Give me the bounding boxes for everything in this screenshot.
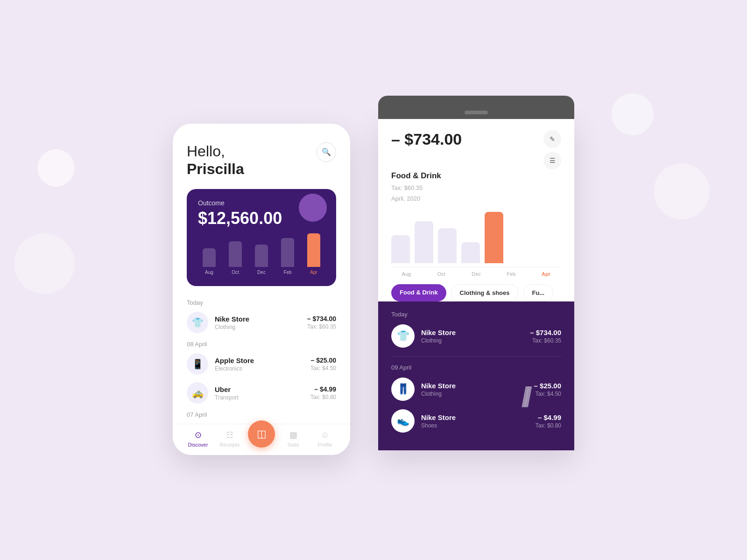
dark-tx-nike1-amount-col: – $734.00 Tax: $60.35 — [530, 329, 561, 344]
phone2: – $734.00 ✎ ☰ Food & Drink Tax: $60.35 A… — [378, 119, 574, 451]
phone2-top-bar — [378, 96, 574, 119]
tx-uber-details: Uber Transport — [215, 385, 310, 401]
tab-food-drink[interactable]: Food & Drink — [391, 284, 446, 301]
today-label: Today — [187, 299, 336, 306]
tx-apple-amount-col: – $25.00 Tax: $4.50 — [310, 357, 336, 371]
tx-apple-tax: Tax: $4.50 — [310, 365, 336, 371]
dark-tx-nike3-details: Nike Store Shoes — [421, 413, 536, 429]
search-button[interactable]: 🔍 — [317, 142, 336, 162]
lbl2-feb: Feb — [496, 271, 526, 277]
lbl2-apr: Apr — [531, 271, 561, 277]
dark-section: Today 👕 Nike Store Clothing – $734.00 Ta… — [378, 301, 574, 450]
bar-feb-label: Feb — [283, 270, 291, 275]
scan-icon: ◫ — [257, 428, 267, 440]
dark-april-label: 09 April — [391, 364, 561, 371]
bar-feb-fill — [281, 238, 294, 267]
april08-label: 08 April — [187, 341, 336, 348]
bar2-aug — [391, 235, 410, 263]
dark-tx-nike2-icon: 👖 — [391, 378, 415, 401]
deco-slash: // — [521, 381, 528, 413]
bar-apr-fill — [307, 233, 320, 267]
detail-meta: Tax: $60.35 April, 2020 — [391, 182, 561, 204]
nav-center[interactable]: ◫ — [246, 430, 277, 448]
detail-action-buttons: ✎ ☰ — [543, 130, 561, 169]
bar-dec-label: Dec — [257, 270, 266, 275]
phone1: Hello, Priscilla 🔍 Outcome $12,560.00 — [173, 124, 350, 455]
dark-tx-nike1-icon: 👕 — [391, 324, 415, 348]
tx-apple-cat: Electronics — [215, 365, 310, 372]
dark-tx-nike1-amount: – $734.00 — [530, 329, 561, 336]
nav-profile[interactable]: ☺ Profile — [309, 430, 341, 448]
tab-other[interactable]: Fu... — [523, 284, 554, 301]
lbl2-aug: Aug — [391, 271, 422, 277]
dark-tx-nike3-name: Nike Store — [421, 413, 536, 421]
stats-icon: ▩ — [289, 430, 297, 440]
profile-label: Profile — [317, 442, 332, 448]
center-action-button[interactable]: ◫ — [248, 420, 275, 448]
dark-tx-nike2-name: Nike Store — [421, 382, 534, 390]
greeting-text: Hello, Priscilla — [187, 142, 244, 178]
nav-stats[interactable]: ▩ Stats — [277, 430, 309, 448]
receipt-icon: ☷ — [226, 430, 233, 440]
phone2-notch — [465, 111, 488, 114]
bottom-nav: ⊙ Discover ☷ Receipts ◫ ▩ Stats ☺ Profil… — [173, 424, 350, 455]
dark-tx-nike2[interactable]: 👖 Nike Store Clothing – $25.00 Tax: $4.5… — [391, 378, 561, 401]
separator — [391, 356, 561, 357]
nav-discover[interactable]: ⊙ Discover — [182, 430, 214, 448]
tx-nike-amount-col: – $734.00 Tax: $60.35 — [307, 315, 336, 330]
tx-nike-details: Nike Store Clothing — [215, 315, 307, 330]
bar-aug-label: Aug — [205, 270, 213, 275]
tx-nike-icon: 👕 — [187, 312, 208, 333]
bar-aug-fill — [203, 248, 216, 267]
tx-uber-tax: Tax: $0.80 — [310, 394, 336, 400]
tx-apple-icon: 📱 — [187, 353, 208, 375]
dark-tx-nike1-details: Nike Store Clothing — [421, 329, 530, 344]
tab-clothing-shoes[interactable]: Clothing & shoes — [451, 284, 519, 301]
tx-uber-amount-col: – $4.99 Tax: $0.80 — [310, 385, 336, 400]
bar-aug: Aug — [198, 248, 220, 275]
compass-icon: ⊙ — [195, 430, 202, 440]
outcome-card: Outcome $12,560.00 Aug Oct Dec — [187, 189, 336, 286]
dollar-sign: $ — [198, 209, 207, 228]
dark-tx-nike1[interactable]: 👕 Nike Store Clothing – $734.00 Tax: $60… — [391, 324, 561, 348]
dark-tx-nike2-cat: Clothing — [421, 391, 534, 397]
list-button[interactable]: ☰ — [543, 152, 561, 169]
dark-tx-nike3-amount-col: – $4.99 Tax: $0.80 — [536, 413, 561, 429]
dark-tx-nike3[interactable]: 👟 Nike Store Shoes – $4.99 Tax: $0.80 — [391, 409, 561, 433]
tx-uber-name: Uber — [215, 385, 310, 393]
bar-dec-fill — [255, 245, 268, 267]
dark-tx-nike2-amount-col: – $25.00 Tax: $4.50 — [534, 382, 561, 397]
detail-amount: – $734.00 — [391, 130, 462, 148]
tx-apple[interactable]: 📱 Apple Store Electronics – $25.00 Tax: … — [187, 353, 336, 375]
tx-nike-tax: Tax: $60.35 — [307, 323, 336, 330]
outcome-label: Outcome — [198, 199, 325, 207]
outcome-bar-chart: Aug Oct Dec Feb — [198, 238, 325, 275]
dark-tx-nike3-tax: Tax: $0.80 — [536, 422, 561, 429]
user-name: Priscilla — [187, 160, 244, 178]
tx-nike-today[interactable]: 👕 Nike Store Clothing – $734.00 Tax: $60… — [187, 312, 336, 333]
bar-apr: Apr — [303, 233, 325, 275]
dark-tx-nike1-cat: Clothing — [421, 337, 530, 344]
tx-uber[interactable]: 🚕 Uber Transport – $4.99 Tax: $0.80 — [187, 382, 336, 404]
phone2-wrapper: – $734.00 ✎ ☰ Food & Drink Tax: $60.35 A… — [378, 96, 574, 451]
hello-text: Hello, — [187, 142, 244, 160]
dark-today-label: Today — [391, 311, 561, 318]
nav-receipts[interactable]: ☷ Receipts — [214, 430, 246, 448]
tx-nike-cat: Clothing — [215, 324, 307, 330]
dark-tx-nike2-details: Nike Store Clothing — [421, 382, 534, 397]
phone1-header: Hello, Priscilla 🔍 — [187, 142, 336, 178]
edit-button[interactable]: ✎ — [543, 130, 561, 148]
bar-oct-label: Oct — [232, 270, 239, 275]
bar2-oct — [415, 221, 433, 263]
bar-oct: Oct — [224, 241, 247, 275]
dark-tx-nike1-name: Nike Store — [421, 329, 530, 336]
dark-tx-nike3-amount: – $4.99 — [536, 413, 561, 421]
bar-feb: Feb — [276, 238, 299, 275]
tx-uber-cat: Transport — [215, 394, 310, 401]
receipts-label: Receipts — [220, 442, 240, 448]
bar-apr-label: Apr — [310, 270, 317, 275]
detail-header: – $734.00 ✎ ☰ — [391, 130, 561, 169]
detail-category: Food & Drink — [391, 171, 561, 181]
dark-tx-nike3-cat: Shoes — [421, 422, 536, 429]
tx-nike-amount: – $734.00 — [307, 315, 336, 322]
